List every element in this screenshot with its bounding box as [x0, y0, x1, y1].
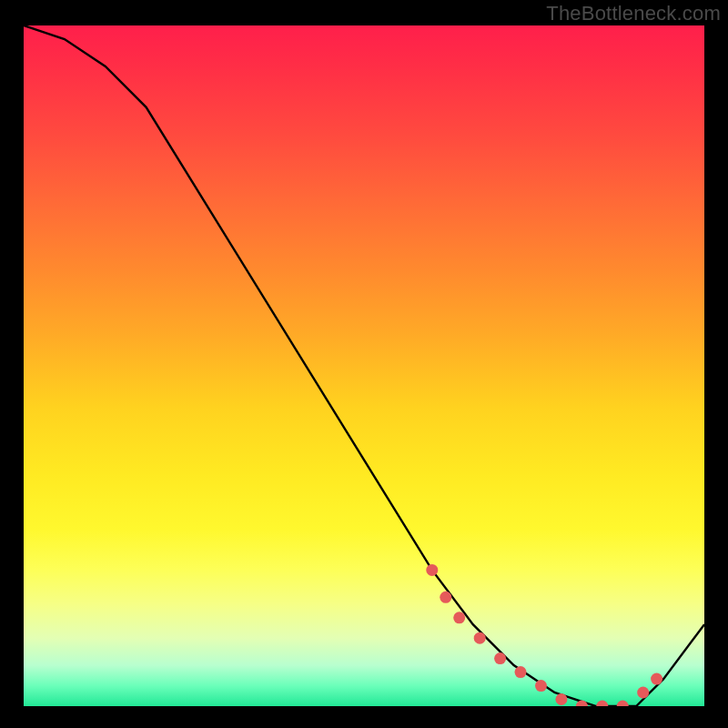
watermark-text: TheBottleneck.com	[546, 2, 721, 25]
chart-frame: TheBottleneck.com	[0, 0, 728, 728]
marker-dot	[453, 612, 465, 623]
marker-dot	[555, 693, 567, 705]
marker-dot	[651, 673, 662, 685]
marker-dot	[440, 592, 451, 603]
marker-dot	[617, 701, 629, 707]
marker-dot	[637, 687, 649, 699]
marker-dot	[426, 564, 438, 576]
curve-svg	[24, 25, 704, 706]
plot-area	[24, 25, 704, 706]
bottleneck-curve	[24, 25, 704, 706]
marker-dot	[474, 632, 486, 644]
marker-dots	[426, 564, 662, 706]
marker-dot	[494, 652, 506, 664]
marker-dot	[515, 666, 527, 678]
marker-dot	[535, 680, 547, 692]
marker-dot	[596, 701, 608, 707]
